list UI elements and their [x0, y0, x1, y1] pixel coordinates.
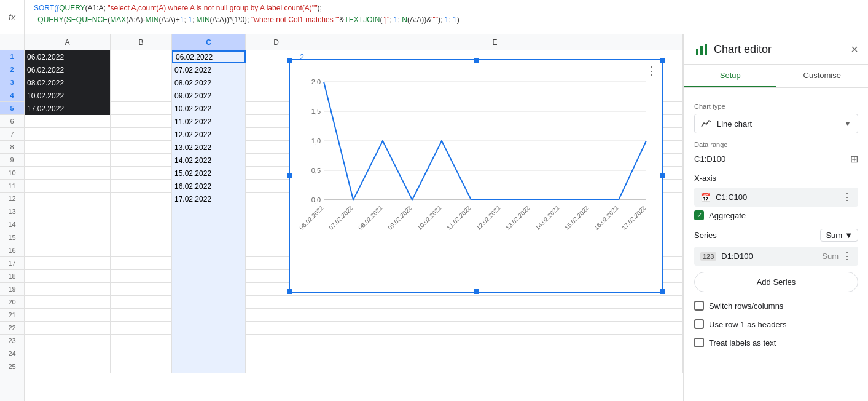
cell-b-11[interactable]	[111, 180, 172, 193]
resize-handle-tr[interactable]	[660, 58, 665, 63]
cell-a-19[interactable]	[25, 283, 111, 296]
add-series-button[interactable]: Add Series	[694, 272, 858, 292]
cell-b-18[interactable]	[111, 270, 172, 283]
cell-c-23[interactable]	[172, 335, 246, 347]
cell-c-8[interactable]: 13.02.2022	[172, 141, 246, 154]
cell-c-22[interactable]	[172, 322, 246, 335]
cell-a-20[interactable]	[25, 296, 111, 309]
cell-d-22[interactable]	[246, 322, 307, 335]
cell-c-25[interactable]	[172, 360, 246, 373]
tab-setup[interactable]: Setup	[684, 65, 776, 87]
cell-a-2[interactable]: 06.02.2022	[25, 63, 111, 76]
cell-c-13[interactable]	[172, 205, 246, 218]
cell-b-13[interactable]	[111, 205, 172, 218]
cell-a-9[interactable]	[25, 154, 111, 167]
cell-b-4[interactable]	[111, 89, 172, 102]
tab-customise[interactable]: Customise	[776, 65, 869, 87]
cell-a-16[interactable]	[25, 244, 111, 257]
cell-a-1[interactable]: 06.02.2022	[25, 50, 111, 63]
cell-b-19[interactable]	[111, 283, 172, 296]
cell-b-2[interactable]	[111, 63, 172, 76]
cell-c-11[interactable]: 16.02.2022	[172, 180, 246, 193]
cell-a-21[interactable]	[25, 309, 111, 322]
cell-a-11[interactable]	[25, 180, 111, 193]
resize-handle-br[interactable]	[660, 289, 665, 294]
cell-rest-25[interactable]	[307, 360, 683, 373]
cell-b-15[interactable]	[111, 231, 172, 244]
cell-b-14[interactable]	[111, 218, 172, 231]
switch-rows-checkbox[interactable]	[694, 301, 704, 311]
cell-a-25[interactable]	[25, 360, 111, 373]
cell-rest-24[interactable]	[307, 347, 683, 360]
cell-a-17[interactable]	[25, 257, 111, 270]
cell-d-24[interactable]	[246, 347, 307, 360]
aggregate-checkbox[interactable]	[694, 210, 704, 220]
cell-a-10[interactable]	[25, 167, 111, 180]
cell-a-23[interactable]	[25, 335, 111, 347]
cell-a-22[interactable]	[25, 322, 111, 335]
cell-b-8[interactable]	[111, 141, 172, 154]
cell-a-6[interactable]	[25, 115, 111, 128]
cell-rest-22[interactable]	[307, 322, 683, 335]
resize-handle-mr[interactable]	[660, 173, 665, 178]
cell-d-23[interactable]	[246, 335, 307, 347]
cell-a-13[interactable]	[25, 205, 111, 218]
cell-c-21[interactable]	[172, 309, 246, 322]
cell-c-2[interactable]: 07.02.2022	[172, 63, 246, 76]
cell-a-7[interactable]	[25, 128, 111, 141]
series-sum-dropdown[interactable]: Sum ▼	[820, 229, 858, 242]
cell-c-1[interactable]: 06.02.2022	[172, 50, 246, 63]
x-axis-menu-icon[interactable]: ⋮	[842, 191, 852, 203]
cell-b-23[interactable]	[111, 335, 172, 347]
cell-rest-20[interactable]	[307, 296, 683, 309]
cell-c-18[interactable]	[172, 270, 246, 283]
cell-d-25[interactable]	[246, 360, 307, 373]
resize-handle-ml[interactable]	[287, 173, 292, 178]
cell-c-24[interactable]	[172, 347, 246, 360]
cell-a-4[interactable]: 10.02.2022	[25, 89, 111, 102]
cell-d-21[interactable]	[246, 309, 307, 322]
cell-b-1[interactable]	[111, 50, 172, 63]
cell-a-3[interactable]: 08.02.2022	[25, 76, 111, 89]
cell-a-8[interactable]	[25, 141, 111, 154]
cell-b-25[interactable]	[111, 360, 172, 373]
cell-b-20[interactable]	[111, 296, 172, 309]
cell-b-16[interactable]	[111, 244, 172, 257]
cell-d-20[interactable]	[246, 296, 307, 309]
cell-b-3[interactable]	[111, 76, 172, 89]
cell-c-6[interactable]: 11.02.2022	[172, 115, 246, 128]
chart-type-dropdown[interactable]: Line chart ▼	[694, 114, 858, 133]
cell-c-10[interactable]: 15.02.2022	[172, 167, 246, 180]
cell-c-14[interactable]	[172, 218, 246, 231]
series-item-menu-icon[interactable]: ⋮	[842, 250, 852, 262]
cell-rest-21[interactable]	[307, 309, 683, 322]
cell-b-10[interactable]	[111, 167, 172, 180]
cell-a-18[interactable]	[25, 270, 111, 283]
cell-a-12[interactable]	[25, 193, 111, 205]
cell-b-9[interactable]	[111, 154, 172, 167]
cell-b-22[interactable]	[111, 322, 172, 335]
cell-b-21[interactable]	[111, 309, 172, 322]
cell-a-15[interactable]	[25, 231, 111, 244]
cell-c-3[interactable]: 08.02.2022	[172, 76, 246, 89]
cell-c-5[interactable]: 10.02.2022	[172, 102, 246, 115]
cell-c-17[interactable]	[172, 257, 246, 270]
cell-c-15[interactable]	[172, 231, 246, 244]
cell-a-5[interactable]: 17.02.2022	[25, 102, 111, 115]
cell-c-20[interactable]	[172, 296, 246, 309]
cell-b-17[interactable]	[111, 257, 172, 270]
cell-c-16[interactable]	[172, 244, 246, 257]
use-row-headers-checkbox[interactable]	[694, 319, 704, 329]
resize-handle-tl[interactable]	[287, 58, 292, 63]
cell-c-12[interactable]: 17.02.2022	[172, 193, 246, 205]
cell-a-14[interactable]	[25, 218, 111, 231]
cell-a-24[interactable]	[25, 347, 111, 360]
cell-b-7[interactable]	[111, 128, 172, 141]
grid-select-icon[interactable]: ⊞	[850, 153, 858, 165]
resize-handle-tm[interactable]	[474, 58, 479, 63]
chart-more-button[interactable]: ⋮	[646, 65, 657, 76]
cell-c-19[interactable]	[172, 283, 246, 296]
cell-b-24[interactable]	[111, 347, 172, 360]
resize-handle-bl[interactable]	[287, 289, 292, 294]
cell-c-9[interactable]: 14.02.2022	[172, 154, 246, 167]
